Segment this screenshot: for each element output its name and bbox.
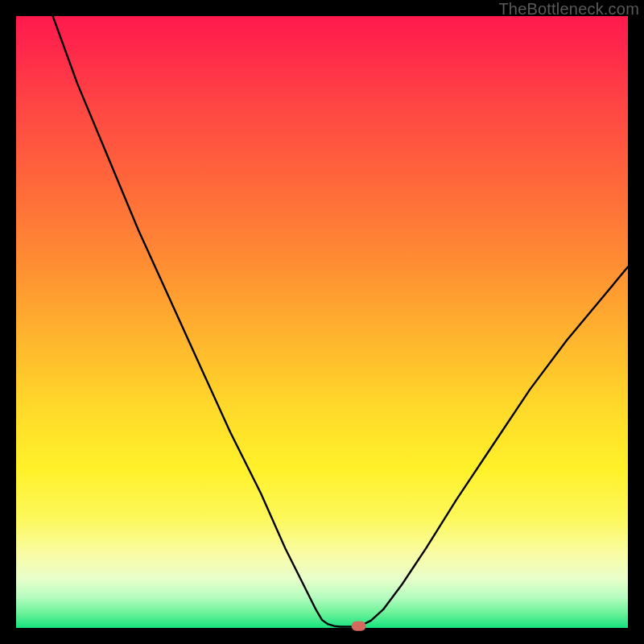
chart-stage: TheBottleneck.com bbox=[0, 0, 644, 644]
plot-area bbox=[16, 16, 628, 628]
watermark-label: TheBottleneck.com bbox=[498, 0, 639, 19]
bottleneck-curve bbox=[53, 16, 628, 626]
curve-layer bbox=[16, 16, 628, 628]
minimum-marker bbox=[352, 621, 366, 631]
